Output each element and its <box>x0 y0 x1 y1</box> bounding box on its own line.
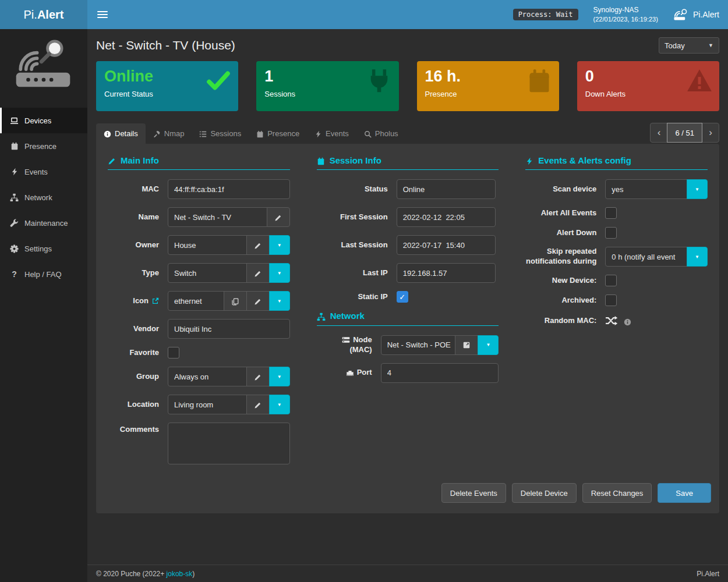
tab-presence[interactable]: Presence <box>249 123 307 144</box>
sidebar-item-events[interactable]: Events <box>0 159 87 184</box>
icon-dropdown-button[interactable]: ▼ <box>269 291 290 311</box>
current-status-card[interactable]: Online Current Status <box>96 61 238 111</box>
host-timestamp: (22/01/2023, 16:19:23) <box>593 15 658 24</box>
type-dropdown-button[interactable]: ▼ <box>269 263 290 283</box>
archived-checkbox[interactable] <box>605 294 617 306</box>
first-session-input[interactable] <box>397 207 496 227</box>
owner-row: Owner ▼ <box>108 235 290 255</box>
vendor-input[interactable] <box>168 319 290 339</box>
edit-owner-button[interactable] <box>246 235 270 255</box>
events-alerts-section: Events & Alerts config Scan device yes ▼… <box>521 155 712 473</box>
comments-input[interactable] <box>168 423 290 464</box>
topbar-brand-label: Pi.Alert <box>693 10 719 19</box>
node-select[interactable]: Net - Switch - POE <box>381 335 456 355</box>
ethernet-port-icon <box>346 368 354 377</box>
presence-card[interactable]: 16 h. Presence <box>417 61 559 111</box>
sidebar-item-settings[interactable]: Settings <box>0 236 87 261</box>
warning-icon <box>687 68 712 94</box>
sidebar-item-network[interactable]: Network <box>0 184 87 210</box>
alert-down-checkbox[interactable] <box>605 227 617 239</box>
plug-icon <box>366 68 392 94</box>
type-input[interactable] <box>168 263 247 283</box>
section-title: Network <box>330 311 365 321</box>
goto-node-button[interactable] <box>455 335 478 355</box>
delete-device-button[interactable]: Delete Device <box>512 483 577 503</box>
first-session-label: First Session <box>317 212 388 222</box>
delete-events-button[interactable]: Delete Events <box>441 483 506 503</box>
mac-label: MAC <box>108 184 159 194</box>
pialert-logo <box>0 29 87 108</box>
location-dropdown-button[interactable]: ▼ <box>269 395 290 414</box>
external-link-icon[interactable] <box>151 296 159 305</box>
sidebar-item-label: Devices <box>24 116 51 125</box>
new-device-checkbox[interactable] <box>605 275 617 286</box>
skip-notifications-row: Skip repeated notifications during 0 h (… <box>525 247 708 267</box>
group-input[interactable] <box>168 367 247 386</box>
main-info-section: Main Info MAC Name Owner <box>103 155 295 473</box>
edit-name-button[interactable] <box>267 207 290 227</box>
tab-events[interactable]: Events <box>307 123 356 144</box>
last-ip-input[interactable] <box>397 263 496 283</box>
alert-all-events-checkbox[interactable] <box>605 207 617 219</box>
icon-input[interactable] <box>168 291 224 311</box>
tab-label: Pholus <box>375 129 398 138</box>
scan-device-dropdown-button[interactable]: ▼ <box>687 179 708 199</box>
app-logo-pre: Pi. <box>24 8 37 22</box>
sidebar-item-maintenance[interactable]: Maintenance <box>0 210 87 236</box>
static-ip-checkbox[interactable]: ✓ <box>397 291 408 303</box>
next-device-button[interactable]: › <box>702 123 719 143</box>
info-circle-icon[interactable] <box>624 317 631 327</box>
topbar-brand[interactable]: Pi.Alert <box>673 8 719 21</box>
mac-input[interactable] <box>168 179 290 199</box>
prev-device-button[interactable]: ‹ <box>650 123 667 143</box>
chevron-down-icon: ▼ <box>708 42 713 48</box>
period-selector[interactable]: Today ▼ <box>659 37 719 54</box>
name-input[interactable] <box>168 207 267 227</box>
last-session-input[interactable] <box>397 235 496 255</box>
device-pager: ‹ 6 / 51 › <box>650 123 719 143</box>
edit-group-button[interactable] <box>246 367 270 386</box>
tab-details[interactable]: Details <box>96 123 146 144</box>
tab-pholus[interactable]: Pholus <box>356 123 406 144</box>
owner-input[interactable] <box>168 235 247 255</box>
port-input[interactable] <box>381 363 499 383</box>
alert-all-events-label: Alert All Events <box>525 208 596 218</box>
favorite-checkbox[interactable] <box>168 347 179 359</box>
edit-icon-button[interactable] <box>246 291 270 311</box>
group-dropdown-button[interactable]: ▼ <box>269 367 290 386</box>
tab-label: Events <box>326 129 349 138</box>
app-logo[interactable]: Pi.Alert <box>0 0 87 29</box>
hamburger-menu-icon[interactable] <box>97 11 108 18</box>
scan-device-select[interactable]: yes <box>605 179 687 199</box>
location-input[interactable] <box>168 395 247 414</box>
reset-changes-button[interactable]: Reset Changes <box>582 483 652 503</box>
footer-author-link[interactable]: jokob-sk <box>167 570 193 578</box>
search-icon <box>364 129 372 138</box>
tab-label: Details <box>115 129 138 138</box>
node-dropdown-button[interactable]: ▼ <box>478 335 499 355</box>
skip-notifications-select[interactable]: 0 h (notify all event <box>605 247 687 267</box>
name-label: Name <box>108 212 159 222</box>
owner-dropdown-button[interactable]: ▼ <box>269 235 290 255</box>
sidebar-item-help[interactable]: ? Help / FAQ <box>0 261 87 287</box>
check-icon <box>206 68 231 94</box>
question-icon: ? <box>9 269 19 279</box>
status-input[interactable] <box>397 179 496 199</box>
sessions-card[interactable]: 1 Sessions <box>256 61 398 111</box>
tab-sessions[interactable]: Sessions <box>192 123 249 144</box>
random-mac-row: Random MAC: <box>525 314 708 327</box>
save-button[interactable]: Save <box>658 483 711 503</box>
wrench-icon <box>9 219 19 228</box>
copy-icon-button[interactable] <box>224 291 247 311</box>
calendar-icon <box>256 129 264 138</box>
sidebar-item-devices[interactable]: Devices <box>0 108 87 133</box>
skip-notifications-dropdown-button[interactable]: ▼ <box>687 247 708 267</box>
edit-type-button[interactable] <box>246 263 270 283</box>
tab-nmap[interactable]: Nmap <box>146 123 192 144</box>
tab-label: Sessions <box>210 129 241 138</box>
edit-location-button[interactable] <box>246 395 270 414</box>
down-alerts-card[interactable]: 0 Down Alerts <box>577 61 719 111</box>
sidebar-item-presence[interactable]: Presence <box>0 133 87 159</box>
calendar-icon <box>317 155 325 165</box>
icon-row: Icon ▼ <box>108 291 290 311</box>
